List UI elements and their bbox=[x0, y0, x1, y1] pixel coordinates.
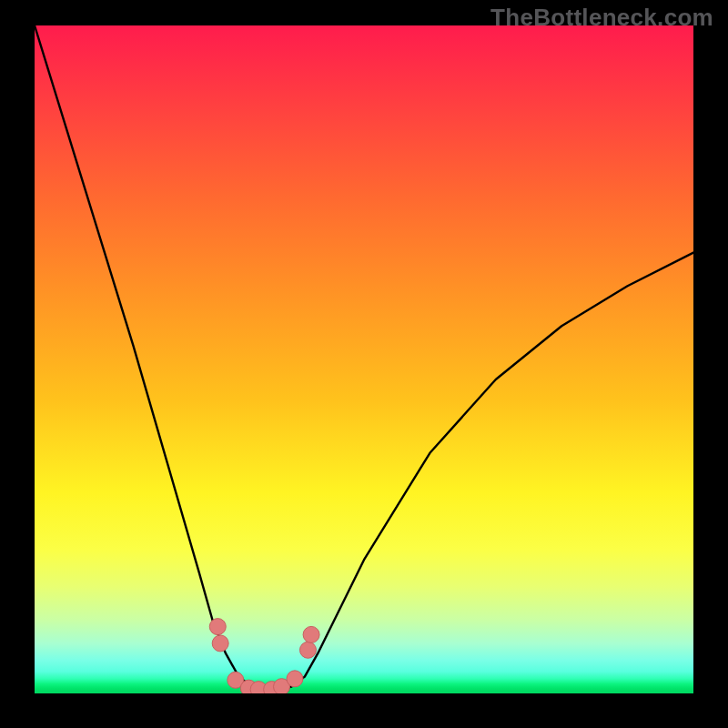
curve-line bbox=[35, 25, 693, 690]
svg-point-1 bbox=[212, 635, 228, 652]
svg-point-9 bbox=[303, 626, 319, 642]
chart-frame: TheBottleneck.com bbox=[0, 0, 728, 728]
svg-point-8 bbox=[299, 642, 316, 658]
plot-area bbox=[35, 25, 693, 693]
watermark-text: TheBottleneck.com bbox=[490, 4, 713, 32]
svg-point-7 bbox=[287, 671, 303, 687]
svg-point-0 bbox=[209, 619, 226, 635]
chart-svg bbox=[35, 25, 693, 693]
